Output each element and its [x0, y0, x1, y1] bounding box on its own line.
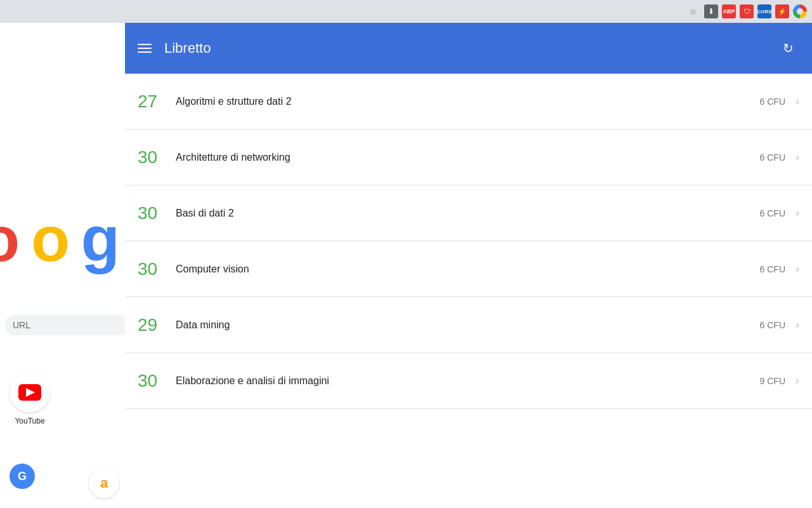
course-name: Data mining	[176, 319, 760, 331]
amazon-icon: a	[100, 475, 108, 491]
url-placeholder-text: URL	[13, 320, 30, 330]
youtube-favicon	[10, 372, 50, 413]
youtube-icon	[18, 384, 41, 401]
table-row[interactable]: 30Elaborazione e analisi di immagini9 CF…	[125, 353, 812, 409]
browser-toolbar: ☆ ⬇ ABP 🛡 CORS ⚡	[0, 0, 812, 23]
hamburger-line-2	[138, 48, 152, 49]
course-list: 27Algoritmi e strutture dati 26 CFU›30Ar…	[125, 74, 812, 508]
newtab-shortcuts: YouTube	[10, 372, 50, 432]
url-bar[interactable]: URL	[5, 315, 125, 335]
chrome-icon[interactable]	[793, 4, 807, 18]
google-letter-o1: o	[0, 203, 16, 274]
chevron-right-icon: ›	[796, 262, 799, 276]
flash-extension-icon[interactable]: ⚡	[775, 4, 789, 18]
course-grade: 30	[138, 371, 176, 391]
left-panel-new-tab: o o g URL YouTube G a	[0, 23, 125, 508]
hamburger-line-3	[138, 51, 152, 53]
amazon-shortcut[interactable]: a	[89, 468, 119, 498]
table-row[interactable]: 27Algoritmi e strutture dati 26 CFU›	[125, 74, 812, 130]
course-name: Basi di dati 2	[176, 208, 760, 219]
google-letter-g: g	[81, 203, 117, 274]
course-grade: 30	[138, 147, 176, 168]
course-name: Elaborazione e analisi di immagini	[176, 375, 760, 387]
app-panel: Libretto ↻ 27Algoritmi e strutture dati …	[125, 23, 812, 508]
download-icon[interactable]: ⬇	[704, 4, 718, 18]
abp-extension-icon[interactable]: ABP	[722, 4, 736, 18]
app-title: Libretto	[164, 40, 764, 57]
course-grade: 29	[138, 315, 176, 335]
chevron-right-icon: ›	[796, 374, 799, 387]
course-cfu: 9 CFU	[760, 376, 785, 386]
hamburger-line-1	[138, 44, 152, 45]
chevron-right-icon: ›	[796, 206, 799, 220]
table-row[interactable]: 30Computer vision6 CFU›	[125, 241, 812, 297]
course-grade: 30	[138, 259, 176, 279]
course-name: Architetture di networking	[176, 152, 760, 163]
google-logo: o o g	[0, 207, 117, 271]
course-grade: 27	[138, 91, 176, 112]
course-cfu: 6 CFU	[760, 320, 785, 330]
chevron-right-icon: ›	[796, 150, 799, 164]
table-row[interactable]: 30Architetture di networking6 CFU›	[125, 130, 812, 185]
bookmark-icon[interactable]: ☆	[686, 4, 700, 18]
shield-extension-icon[interactable]: 🛡	[740, 4, 754, 18]
youtube-shortcut[interactable]: YouTube	[10, 372, 50, 425]
main-layout: o o g URL YouTube G a	[0, 23, 812, 508]
refresh-button[interactable]: ↻	[776, 37, 799, 60]
course-name: Computer vision	[176, 264, 760, 275]
chevron-right-icon: ›	[796, 95, 799, 108]
course-cfu: 6 CFU	[760, 97, 785, 107]
youtube-label: YouTube	[15, 417, 44, 425]
google-letter-o2: o	[31, 203, 67, 274]
app-header: Libretto ↻	[125, 23, 812, 74]
course-cfu: 6 CFU	[760, 208, 785, 218]
course-cfu: 6 CFU	[760, 264, 785, 274]
google-account-icon[interactable]: G	[10, 464, 35, 489]
course-name: Algoritmi e strutture dati 2	[176, 96, 760, 107]
course-grade: 30	[138, 203, 176, 224]
table-row[interactable]: 30Basi di dati 26 CFU›	[125, 185, 812, 241]
table-row[interactable]: 29Data mining6 CFU›	[125, 297, 812, 353]
course-cfu: 6 CFU	[760, 152, 785, 163]
chevron-right-icon: ›	[796, 318, 799, 331]
hamburger-menu-button[interactable]	[138, 44, 152, 53]
cors-extension-icon[interactable]: CORS	[757, 4, 771, 18]
